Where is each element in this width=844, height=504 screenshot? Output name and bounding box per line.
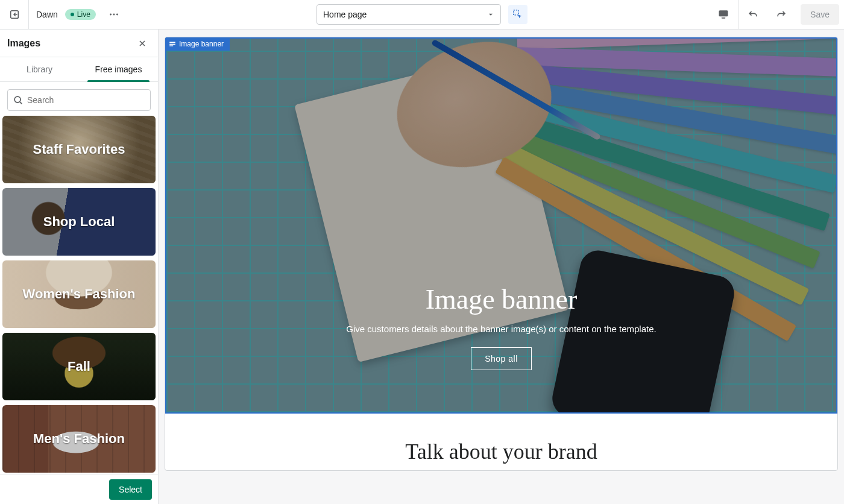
top-bar: Dawn Live Home page Save <box>0 0 844 30</box>
desktop-icon <box>717 8 729 20</box>
viewport-desktop-button[interactable] <box>709 0 738 29</box>
sidebar-footer: Select <box>0 474 158 504</box>
ellipsis-icon <box>109 9 119 20</box>
category-list: Staff Favorites Shop Local Women's Fashi… <box>0 116 158 474</box>
topbar-center: Home page <box>316 4 528 25</box>
section-chip[interactable]: Image banner <box>165 37 230 51</box>
section-icon <box>169 40 176 48</box>
category-shop-local[interactable]: Shop Local <box>2 188 156 256</box>
category-label: Shop Local <box>43 214 115 230</box>
exit-button[interactable] <box>0 0 29 29</box>
svg-rect-10 <box>169 45 173 46</box>
svg-rect-4 <box>514 10 518 15</box>
section-chip-label: Image banner <box>179 40 224 48</box>
tab-free-images[interactable]: Free images <box>79 57 158 81</box>
svg-rect-5 <box>719 10 728 16</box>
exit-icon <box>9 9 20 20</box>
status-dot-icon <box>71 13 74 16</box>
svg-point-3 <box>116 14 118 16</box>
svg-rect-9 <box>169 44 175 45</box>
section-rich-text[interactable]: Talk about your brand <box>165 414 837 470</box>
live-badge: Live <box>65 9 96 20</box>
svg-point-7 <box>14 96 20 102</box>
svg-point-1 <box>110 14 112 16</box>
banner-heading[interactable]: Image banner <box>346 283 656 315</box>
canvas-area[interactable]: Image banner <box>159 30 844 504</box>
section-image-banner[interactable]: Image banner <box>165 37 837 414</box>
close-icon <box>137 39 147 48</box>
undo-icon <box>747 8 759 20</box>
sidebar-header: Images <box>0 30 158 57</box>
body: Images Library Free images <box>0 30 844 504</box>
inspector-button[interactable] <box>508 5 528 24</box>
sidebar-title: Images <box>7 38 40 49</box>
page-select-value: Home page <box>323 10 367 19</box>
save-button[interactable]: Save <box>801 4 839 25</box>
banner-cta-button[interactable]: Shop all <box>471 347 532 370</box>
images-sidebar: Images Library Free images <box>0 30 159 504</box>
category-label: Fall <box>68 359 90 374</box>
inspector-cursor-icon <box>512 9 523 20</box>
svg-point-2 <box>113 14 115 16</box>
rich-text-heading[interactable]: Talk about your brand <box>165 439 837 464</box>
redo-icon <box>775 8 787 20</box>
search-icon <box>13 95 24 106</box>
topbar-left: Dawn Live <box>0 0 124 29</box>
select-button[interactable]: Select <box>109 479 152 500</box>
caret-down-icon <box>487 11 494 18</box>
redo-button[interactable] <box>767 0 796 29</box>
search-input[interactable] <box>7 89 151 111</box>
category-label: Women's Fashion <box>23 286 136 302</box>
banner-image: Image banner Give customers details abou… <box>166 39 836 412</box>
category-womens-fashion[interactable]: Women's Fashion <box>2 260 156 328</box>
svg-rect-6 <box>722 17 726 19</box>
undo-button[interactable] <box>738 0 767 29</box>
page-select[interactable]: Home page <box>316 4 501 25</box>
category-fall[interactable]: Fall <box>2 333 156 400</box>
topbar-right: Save <box>709 0 844 29</box>
tab-library[interactable]: Library <box>0 57 79 81</box>
theme-name: Dawn <box>29 10 65 19</box>
preview-canvas: Image banner <box>165 37 838 471</box>
banner-content: Image banner Give customers details abou… <box>346 283 656 412</box>
search-input-field[interactable] <box>27 95 145 105</box>
banner-subheading[interactable]: Give customers details about the banner … <box>346 324 656 334</box>
category-staff-favorites[interactable]: Staff Favorites <box>2 116 156 183</box>
category-label: Men's Fashion <box>33 431 125 447</box>
category-label: Staff Favorites <box>33 142 125 157</box>
search-wrap <box>0 82 158 116</box>
sidebar-close-button[interactable] <box>134 35 151 52</box>
more-actions-button[interactable] <box>104 5 124 24</box>
live-badge-text: Live <box>77 10 90 19</box>
category-mens-fashion[interactable]: Men's Fashion <box>2 405 156 473</box>
sidebar-tabs: Library Free images <box>0 57 158 82</box>
svg-rect-8 <box>169 42 175 43</box>
